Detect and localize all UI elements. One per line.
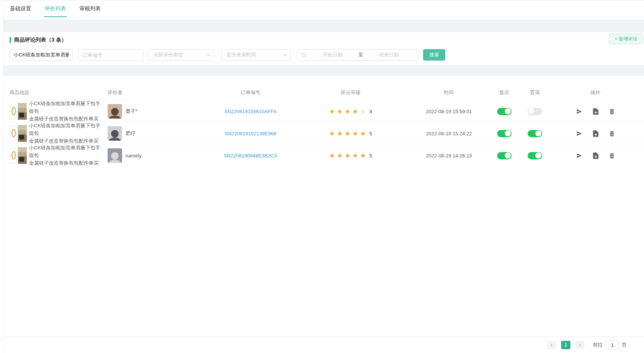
product-images (10, 147, 27, 164)
add-file-button[interactable] (593, 108, 599, 115)
rating-value: 5 (369, 131, 372, 136)
tab-audit-list[interactable]: 审核列表 (79, 5, 101, 17)
trash-icon (609, 152, 615, 159)
star-rating: ★★★★★ (329, 152, 366, 159)
panel-title: 商品评论列表（3 条） (14, 37, 67, 43)
table-row: 小CK链条加粗加宽单肩腋下包手提包金属链子改造替换包包配件单买 栗子* SN22… (3, 99, 644, 122)
star-icon: ★ (353, 130, 358, 137)
table-header-row: 商品信息 评价者 订单编号 评分等级 时间 显示 置顶 操作 (3, 86, 644, 99)
chevron-down-icon (206, 53, 211, 57)
delete-button[interactable] (609, 108, 615, 115)
goto-unit-label: 页 (622, 342, 627, 348)
toggle-knob (505, 152, 511, 159)
avatar (108, 148, 122, 163)
product-keyword-input[interactable] (10, 49, 73, 61)
order-link[interactable]: SN220819152139E969 (225, 131, 276, 136)
clock-icon (301, 52, 306, 58)
delete-button[interactable] (609, 152, 615, 159)
send-button[interactable] (576, 130, 583, 137)
page-number-button[interactable]: 1 (561, 341, 570, 349)
add-file-button[interactable] (593, 130, 599, 137)
reviewer-name: 肥仔 (126, 130, 135, 137)
send-button[interactable] (576, 108, 583, 115)
prev-page-button[interactable]: ‹ (547, 341, 556, 349)
goto-page: 前往 页 (593, 340, 627, 350)
send-button[interactable] (576, 152, 583, 159)
header-show: 显示 (486, 89, 522, 96)
background-band (3, 19, 644, 32)
add-comment-label: 新增评论 (619, 36, 637, 42)
star-icon: ★ (329, 152, 335, 159)
pagination-bar: ‹ 1 › 前往 页 (3, 337, 644, 353)
time-search-select[interactable]: 是否搜索时间 (221, 49, 291, 61)
show-toggle[interactable] (497, 130, 512, 137)
filter-row: 全部评价类型 是否搜索时间 开始日期 至 结束日期 搜索 (10, 49, 638, 61)
row-actions (576, 108, 615, 115)
goto-page-input[interactable] (606, 340, 619, 350)
add-comment-button[interactable]: + 新增评论 (609, 34, 643, 44)
order-link[interactable]: SN220819155610AFFA (224, 109, 277, 114)
time-text: 2022-08-19 15:59:01 (426, 109, 472, 114)
show-toggle[interactable] (497, 108, 512, 115)
product-images (10, 125, 27, 142)
product-image-chain (10, 104, 18, 119)
star-icon: ★ (345, 108, 350, 115)
time-text: 2022-08-19 14:26:13 (426, 153, 472, 159)
star-rating: ★★★★★ (329, 108, 366, 115)
tab-basic-settings[interactable]: 基础设置 (9, 5, 32, 17)
paper-plane-icon (576, 108, 583, 115)
product-image-bag (18, 147, 27, 164)
star-icon: ★ (337, 108, 343, 115)
product-images (10, 103, 27, 120)
pin-toggle[interactable] (528, 108, 542, 115)
product-image-bag (18, 125, 27, 142)
pin-toggle[interactable] (528, 130, 542, 137)
time-search-value: 是否搜索时间 (226, 51, 256, 58)
date-range-input[interactable]: 开始日期 至 结束日期 (297, 49, 419, 61)
star-icon: ★ (345, 130, 350, 137)
trash-icon (609, 108, 615, 115)
review-type-select[interactable]: 全部评价类型 (148, 49, 214, 61)
search-button[interactable]: 搜索 (423, 49, 445, 61)
star-icon: ★ (353, 152, 358, 159)
toggle-knob (505, 108, 511, 114)
product-image-chain (10, 148, 18, 164)
avatar (108, 126, 122, 141)
date-separator: 至 (358, 51, 363, 58)
pin-toggle[interactable] (528, 152, 542, 159)
header-actions: 操作 (547, 89, 644, 96)
star-icon: ★ (353, 108, 358, 115)
delete-button[interactable] (609, 130, 615, 137)
date-start-placeholder: 开始日期 (307, 51, 358, 58)
star-icon: ★ (337, 130, 343, 137)
panel-header: 商品评论列表（3 条） (10, 36, 638, 44)
next-page-button[interactable]: › (575, 341, 584, 349)
toggle-knob (505, 130, 511, 136)
page: 基础设置 评价列表 审核列表 商品评论列表（3 条） + 新增评论 全部评价类型 (0, 0, 644, 353)
row-actions (576, 152, 615, 159)
table-row: 小CK链条加粗加宽单肩腋下包手提包金属链子改造替换包包配件单买 namely S… (3, 144, 644, 166)
header-time: 时间 (412, 89, 486, 96)
reviewer-name: namely (126, 153, 142, 159)
trash-icon (609, 130, 615, 137)
comment-list-panel: 商品评论列表（3 条） + 新增评论 全部评价类型 是否搜索时间 (3, 32, 644, 65)
paper-plane-icon (576, 130, 583, 137)
tab-review-list[interactable]: 评价列表 (44, 5, 67, 17)
product-image-chain (10, 126, 18, 141)
order-no-input[interactable] (78, 49, 144, 61)
header-order-no: 订单编号 (211, 89, 290, 96)
star-icon: ★ (329, 130, 335, 137)
chevron-down-icon (283, 53, 287, 57)
order-link[interactable]: SN2208190948E3B2CA (224, 153, 277, 159)
file-plus-icon (593, 152, 599, 159)
star-icon: ★ (360, 152, 366, 159)
avatar (108, 104, 122, 119)
paper-plane-icon (576, 152, 583, 159)
show-toggle[interactable] (497, 152, 512, 159)
pagination: ‹ 1 › 前往 页 (547, 340, 627, 350)
add-file-button[interactable] (593, 152, 599, 159)
rating-value: 4 (369, 109, 372, 114)
rating-value: 5 (369, 153, 372, 159)
time-text: 2022-08-19 15:24:22 (426, 131, 472, 136)
star-icon: ★ (360, 130, 366, 137)
